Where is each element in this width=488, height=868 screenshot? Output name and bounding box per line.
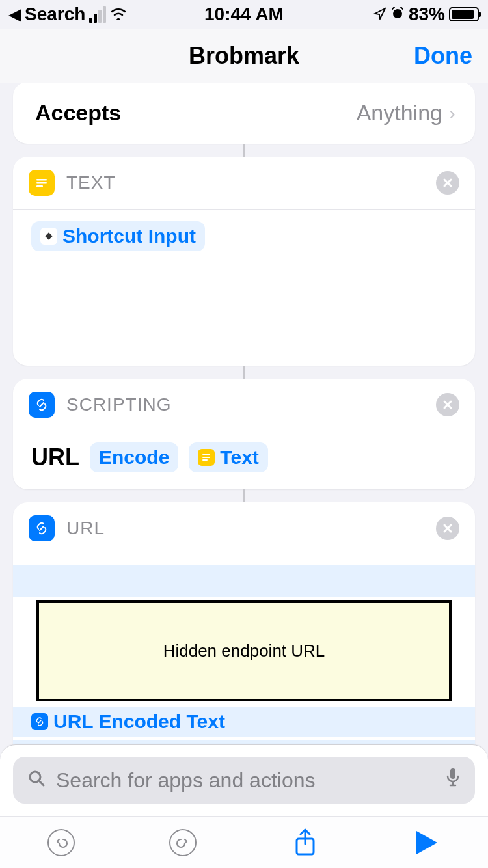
connector-line [243,144,245,157]
nav-bar: Brobmark Done [0,29,488,83]
bottom-toolbar [0,816,488,868]
back-triangle-icon[interactable]: ◀ [9,5,21,23]
url-action-card[interactable]: URL Hidden endpoint URL URL Encoded Text [13,502,475,744]
alarm-icon [390,4,405,25]
back-app-label[interactable]: Search [25,4,85,25]
play-icon [416,831,437,854]
svg-rect-3 [36,185,43,187]
text-token-icon [198,449,215,466]
battery-pct: 83% [409,4,445,25]
connector-line [243,489,245,502]
search-panel: Search for apps and actions [0,744,488,816]
hidden-url-overlay: Hidden endpoint URL [36,600,452,701]
redo-button[interactable] [169,828,197,857]
text-action-body[interactable]: Shortcut Input [13,210,475,366]
scripting-action-body: URL Encode Text [13,431,475,489]
accepts-card[interactable]: Accepts Anything › [13,83,475,144]
svg-rect-1 [36,179,47,181]
svg-point-0 [393,9,402,18]
svg-line-9 [39,781,44,785]
status-right: 83% [373,4,479,25]
link-icon [29,392,55,418]
svg-rect-7 [202,459,208,461]
url-encoded-text-token[interactable]: URL Encoded Text [31,709,225,734]
undo-button[interactable] [47,828,75,857]
link-icon [29,515,55,541]
scripting-action-title: SCRIPTING [66,394,171,415]
status-bar: ◀ Search 10:44 AM 83% [0,0,488,29]
workflow-content: Accepts Anything › TEXT Shortcut In [0,83,488,744]
svg-rect-10 [450,768,455,779]
search-icon [27,768,46,793]
text-variable-token[interactable]: Text [189,442,267,472]
url-action-body[interactable]: Hidden endpoint URL URL Encoded Text [13,554,475,744]
share-button[interactable] [291,828,319,857]
run-button[interactable] [413,828,441,857]
svg-rect-4 [45,232,52,239]
location-icon [373,4,386,25]
text-action-card[interactable]: TEXT Shortcut Input [13,157,475,366]
link-token-icon [31,713,48,730]
svg-rect-5 [202,454,210,455]
search-placeholder: Search for apps and actions [56,768,435,793]
url-label: URL [31,444,79,471]
connector-line [243,366,245,379]
delete-text-action-button[interactable] [436,171,459,195]
status-time: 10:44 AM [204,4,284,25]
search-input[interactable]: Search for apps and actions [13,757,475,804]
status-left: ◀ Search [9,4,127,25]
accepts-label: Accepts [35,100,121,126]
battery-icon [449,7,479,21]
encode-param-token[interactable]: Encode [90,442,178,472]
text-action-title: TEXT [66,172,116,193]
text-icon [29,170,55,196]
delete-scripting-action-button[interactable] [436,393,459,416]
page-title: Brobmark [189,42,299,70]
done-button[interactable]: Done [414,42,472,70]
microphone-icon[interactable] [445,767,461,793]
url-text-line [13,565,475,597]
accepts-value[interactable]: Anything › [357,100,455,126]
scripting-action-card[interactable]: SCRIPTING URL Encode Text [13,379,475,489]
wifi-icon [110,4,127,25]
shortcut-input-token-icon [40,228,57,245]
chevron-right-icon: › [449,102,455,124]
delete-url-action-button[interactable] [436,517,459,540]
cellular-icon [89,6,106,23]
url-text-line [13,740,475,744]
svg-rect-6 [202,457,210,458]
url-action-title: URL [66,518,105,539]
shortcut-input-token[interactable]: Shortcut Input [31,221,205,251]
svg-rect-2 [36,182,47,184]
